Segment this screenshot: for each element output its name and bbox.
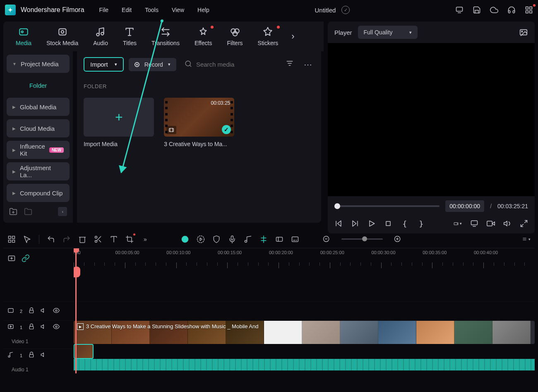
quality-select[interactable]: Full Quality ▾ bbox=[358, 26, 418, 39]
sidebar-project-media[interactable]: ▼ Project Media bbox=[7, 55, 70, 73]
snapshot-icon[interactable] bbox=[519, 28, 528, 37]
mic-icon[interactable] bbox=[228, 235, 236, 243]
prev-frame-button[interactable] bbox=[334, 219, 343, 228]
svg-rect-8 bbox=[59, 29, 66, 35]
pointer-icon[interactable] bbox=[23, 235, 31, 243]
time-total: 00:03:25:21 bbox=[497, 203, 528, 209]
visibility-icon[interactable] bbox=[53, 323, 60, 331]
camera-icon[interactable] bbox=[487, 219, 495, 228]
marker-icon[interactable] bbox=[259, 235, 268, 243]
folder-icon[interactable] bbox=[24, 207, 32, 216]
import-button[interactable]: Import ▾ bbox=[84, 57, 124, 72]
new-folder-icon[interactable] bbox=[9, 207, 17, 216]
save-icon[interactable] bbox=[473, 6, 481, 14]
subtitle-icon[interactable] bbox=[291, 235, 299, 243]
menu-bar: File Edit Tools View Help bbox=[99, 7, 209, 13]
track-v1-head[interactable]: 1 Video 1 bbox=[3, 323, 74, 344]
zoom-slider[interactable] bbox=[341, 238, 383, 240]
import-media-card[interactable]: + Import Media bbox=[84, 98, 154, 147]
player-viewport[interactable] bbox=[328, 43, 535, 196]
tab-titles[interactable]: Titles bbox=[115, 22, 144, 51]
lock-icon[interactable] bbox=[28, 307, 35, 315]
tab-effects[interactable]: Effects bbox=[187, 22, 220, 51]
svg-point-10 bbox=[96, 33, 99, 36]
visibility-icon[interactable] bbox=[53, 307, 60, 315]
tabs-scroll-right[interactable]: › bbox=[286, 31, 300, 42]
svg-point-80 bbox=[55, 310, 57, 311]
sidebar-influence-kit[interactable]: ▶ Influence Kit NEW bbox=[7, 141, 70, 159]
range-icon[interactable] bbox=[275, 235, 283, 243]
audio-waveform[interactable] bbox=[74, 359, 535, 370]
tab-audio[interactable]: Audio bbox=[86, 22, 115, 51]
volume-button[interactable] bbox=[503, 219, 512, 228]
sidebar-adjustment-layer[interactable]: ▶ Adjustment La... bbox=[7, 162, 70, 180]
link-icon[interactable] bbox=[22, 254, 30, 262]
menu-help[interactable]: Help bbox=[197, 7, 209, 13]
display-button[interactable] bbox=[470, 219, 478, 228]
track-v2-head[interactable]: 2 bbox=[3, 307, 74, 315]
video-clip[interactable]: ▶ 3 Creative Ways to Make a Stunning Sli… bbox=[74, 321, 535, 344]
video-track-1[interactable]: ▶ 3 Creative Ways to Make a Stunning Sli… bbox=[74, 321, 535, 370]
apps-icon[interactable] bbox=[525, 6, 533, 14]
zoom-out-icon[interactable] bbox=[322, 235, 331, 243]
add-track-icon[interactable] bbox=[7, 254, 16, 262]
title-center: Untitled ✓ bbox=[209, 6, 455, 14]
mark-in-button[interactable]: { bbox=[401, 219, 409, 228]
sidebar-folder[interactable]: Folder bbox=[7, 76, 70, 94]
monitor-icon[interactable] bbox=[455, 6, 464, 14]
text-icon[interactable] bbox=[110, 235, 118, 243]
cloud-icon[interactable] bbox=[490, 6, 498, 14]
split-icon[interactable] bbox=[94, 235, 102, 243]
filter-icon[interactable] bbox=[283, 59, 296, 70]
clip-preview-button[interactable]: ▾ bbox=[454, 219, 462, 228]
crop-icon[interactable] bbox=[125, 235, 134, 243]
selected-clip-thumb[interactable] bbox=[74, 344, 94, 359]
seek-bar[interactable] bbox=[334, 205, 440, 207]
play-button[interactable] bbox=[367, 219, 376, 228]
view-mode-icon[interactable]: ▾ bbox=[522, 235, 531, 243]
mute-icon[interactable] bbox=[41, 323, 47, 331]
undo-icon[interactable] bbox=[47, 235, 55, 243]
delete-icon[interactable] bbox=[78, 235, 86, 243]
sidebar-compound-clip[interactable]: ▶ Compound Clip bbox=[7, 184, 70, 202]
tab-transitions[interactable]: Transitions bbox=[144, 22, 187, 51]
stop-button[interactable] bbox=[384, 219, 392, 228]
menu-file[interactable]: File bbox=[99, 7, 109, 13]
sidebar-global-media[interactable]: ▶ Global Media bbox=[7, 98, 70, 116]
fullscreen-button[interactable] bbox=[520, 219, 528, 228]
expand-tools-icon[interactable]: » bbox=[141, 235, 149, 243]
tab-filters[interactable]: Filters bbox=[219, 22, 250, 51]
redo-icon[interactable] bbox=[62, 235, 71, 243]
sync-status-icon[interactable]: ✓ bbox=[341, 6, 350, 14]
grid-icon[interactable] bbox=[7, 235, 16, 243]
menu-view[interactable]: View bbox=[172, 7, 184, 13]
svg-point-47 bbox=[95, 236, 97, 238]
tab-media[interactable]: Media bbox=[8, 22, 39, 51]
step-forward-button[interactable] bbox=[351, 219, 359, 228]
sidebar-cloud-media[interactable]: ▶ Cloud Media bbox=[7, 119, 70, 137]
more-options-icon[interactable]: ⋯ bbox=[301, 60, 315, 70]
playhead[interactable] bbox=[75, 248, 77, 373]
headset-icon[interactable] bbox=[507, 6, 516, 14]
mute-icon[interactable] bbox=[41, 307, 47, 315]
tab-stickers[interactable]: Stickers bbox=[250, 22, 286, 51]
lock-icon[interactable] bbox=[28, 323, 35, 331]
media-clip-card[interactable]: 00:03:25 ✓ 3 Creative Ways to Ma... bbox=[164, 98, 234, 147]
zoom-in-icon[interactable] bbox=[394, 235, 402, 243]
music-note-icon[interactable] bbox=[244, 235, 252, 243]
speed-icon[interactable] bbox=[197, 235, 205, 243]
mark-out-button[interactable]: } bbox=[417, 219, 425, 228]
mute-icon[interactable] bbox=[41, 351, 47, 359]
track-a1-head[interactable]: 1 Audio 1 bbox=[3, 351, 74, 373]
search-input[interactable] bbox=[196, 61, 275, 68]
lock-icon[interactable] bbox=[28, 351, 35, 359]
record-button[interactable]: Record ▾ bbox=[129, 58, 176, 71]
collapse-sidebar-button[interactable]: ‹ bbox=[58, 207, 67, 216]
tab-stock-media[interactable]: Stock Media bbox=[39, 22, 86, 51]
shield-icon[interactable] bbox=[212, 235, 221, 243]
menu-edit[interactable]: Edit bbox=[122, 7, 132, 13]
ai-button[interactable] bbox=[181, 235, 189, 243]
menu-tools[interactable]: Tools bbox=[145, 7, 159, 13]
marker[interactable] bbox=[74, 267, 80, 277]
time-ruler[interactable]: 00:00 00:00:05:00 00:00:10:00 00:00:15:0… bbox=[74, 248, 535, 268]
